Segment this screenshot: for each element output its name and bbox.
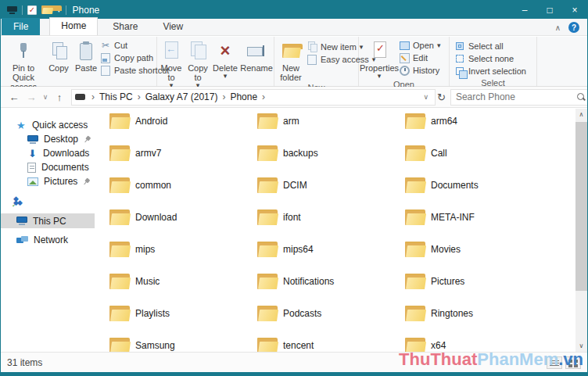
recent-locations-caret-icon[interactable]: ∨ — [40, 93, 51, 101]
scroll-up-icon[interactable]: ∧ — [575, 109, 587, 120]
breadcrumb-chevron-icon: › — [91, 91, 95, 102]
easy-access-icon — [307, 55, 317, 65]
pushpin-icon — [17, 42, 30, 59]
address-dropdown-icon[interactable]: ∨ — [420, 93, 432, 101]
sidebar-item-quick-access[interactable]: ★ Quick access — [1, 118, 95, 132]
ribbon-group-new: New folder New item ▾ Easy access ▾ New — [274, 37, 359, 86]
navigation-pane: ★ Quick access Desktop ⬇ Downloads Docum… — [1, 109, 95, 352]
move-to-button[interactable]: Move to ▾ — [158, 38, 185, 88]
scrollbar-thumb[interactable] — [575, 122, 587, 291]
title-bar: ✓ ▾ Phone – □ × — [1, 1, 587, 19]
folder-item[interactable]: Download — [109, 209, 257, 241]
folder-item[interactable]: arm64 — [405, 113, 553, 145]
tab-share[interactable]: Share — [102, 19, 148, 35]
close-button[interactable]: × — [562, 1, 587, 19]
tab-home[interactable]: Home — [49, 17, 98, 35]
documents-icon — [27, 163, 36, 173]
folder-item[interactable]: Movies — [405, 241, 553, 273]
folder-icon — [257, 177, 277, 193]
vertical-scrollbar[interactable]: ∧ ∨ — [575, 109, 587, 352]
properties-qat-icon[interactable]: ✓ — [27, 5, 37, 15]
folder-icon — [109, 274, 129, 289]
address-bar-row: ← → ∨ ↑ › This PC › Galaxy A7 (2017) › P… — [1, 87, 587, 108]
folder-item[interactable]: ifont — [257, 209, 405, 241]
folder-icon — [109, 145, 129, 161]
folder-icon — [109, 113, 129, 129]
paste-label: Paste — [75, 63, 97, 73]
search-input[interactable] — [456, 91, 577, 102]
new-folder-qat-icon[interactable] — [41, 5, 52, 14]
folder-item[interactable]: Music — [109, 273, 257, 305]
minimize-button[interactable]: – — [512, 1, 537, 19]
refresh-icon[interactable]: ↻ — [437, 91, 446, 103]
delete-button[interactable]: × Delete ▾ — [211, 38, 239, 88]
folder-item[interactable]: Ringtones — [405, 305, 553, 337]
minimize-ribbon-icon[interactable]: ∧ — [555, 23, 561, 32]
select-all-button[interactable]: Select all — [454, 40, 526, 52]
breadcrumb-chevron-icon: › — [262, 91, 265, 102]
copy-to-button[interactable]: Copy to ▾ — [185, 38, 211, 88]
paste-button[interactable]: Paste — [72, 38, 100, 91]
sidebar-item-documents[interactable]: Documents — [1, 160, 95, 174]
folder-item[interactable]: Playlists — [109, 305, 257, 337]
open-button[interactable]: Open ▾ — [399, 39, 440, 52]
folder-item[interactable]: Notifications — [257, 273, 405, 305]
breadcrumb-phone[interactable]: Phone — [230, 91, 257, 102]
invert-selection-button[interactable]: Invert selection — [454, 65, 526, 77]
folder-item[interactable]: Podcasts — [257, 305, 405, 337]
folder-item[interactable]: armv7 — [109, 145, 257, 177]
select-all-label: Select all — [468, 41, 504, 51]
folder-label: arm — [283, 113, 299, 127]
folder-item[interactable]: backups — [257, 145, 405, 177]
folder-label: ifont — [283, 209, 301, 223]
breadcrumb-this-pc[interactable]: This PC — [99, 91, 133, 102]
folder-label: Documents — [431, 177, 479, 191]
open-caret-icon: ▾ — [437, 42, 441, 48]
folder-item[interactable]: common — [109, 177, 257, 209]
folder-item[interactable]: Pictures — [405, 273, 553, 305]
tab-view[interactable]: View — [152, 19, 193, 35]
folder-item[interactable]: DCIM — [257, 177, 405, 209]
folder-item[interactable]: Android — [109, 113, 257, 145]
folder-item[interactable]: META-INF — [405, 209, 553, 241]
forward-button[interactable]: → — [23, 91, 40, 103]
desktop-icon — [27, 135, 38, 144]
maximize-button[interactable]: □ — [537, 1, 562, 19]
pictures-label: Pictures — [44, 176, 77, 187]
rename-button[interactable]: Rename — [239, 38, 274, 88]
folder-item[interactable]: Documents — [405, 177, 553, 209]
sidebar-item-pictures[interactable]: Pictures — [1, 174, 95, 188]
folder-item[interactable]: mips64 — [257, 241, 405, 273]
folder-item[interactable]: arm — [257, 113, 405, 145]
breadcrumb-device[interactable]: Galaxy A7 (2017) — [145, 91, 218, 102]
explorer-window-icon — [7, 6, 17, 14]
folder-icon — [257, 209, 277, 225]
sidebar-item-network[interactable]: Network — [1, 233, 95, 247]
folder-item[interactable]: Samsung — [109, 337, 257, 352]
pin-to-quick-access-button[interactable]: Pin to Quick access — [2, 38, 45, 91]
folder-item[interactable]: mips — [109, 241, 257, 273]
sidebar-item-cloud-sync[interactable]: ✓ — [1, 195, 95, 209]
sidebar-item-this-pc[interactable]: This PC — [1, 213, 95, 228]
folder-item[interactable]: tencent — [257, 337, 405, 352]
back-button[interactable]: ← — [5, 91, 23, 103]
new-folder-button[interactable]: New folder — [275, 38, 307, 82]
up-button[interactable]: ↑ — [51, 91, 68, 103]
folder-label: Podcasts — [283, 306, 321, 319]
help-icon[interactable]: ? — [568, 22, 579, 33]
select-none-button[interactable]: Select none — [454, 52, 526, 65]
folder-label: Ringtones — [431, 306, 473, 319]
address-box[interactable]: › This PC › Galaxy A7 (2017) › Phone › ∨ — [71, 89, 436, 106]
sidebar-item-downloads[interactable]: ⬇ Downloads — [1, 146, 95, 160]
copy-button[interactable]: Copy — [45, 38, 72, 91]
search-box[interactable] — [450, 89, 588, 106]
folder-item[interactable]: Call — [405, 145, 553, 177]
history-button[interactable]: History — [399, 64, 440, 77]
sidebar-item-desktop[interactable]: Desktop — [1, 132, 95, 146]
tab-file[interactable]: File — [2, 18, 40, 35]
edit-button[interactable]: Edit — [399, 52, 440, 64]
properties-button[interactable]: Properties ▾ — [360, 38, 399, 79]
select-all-icon — [456, 42, 464, 50]
this-pc-label: This PC — [33, 216, 66, 227]
folder-icon — [405, 274, 425, 289]
